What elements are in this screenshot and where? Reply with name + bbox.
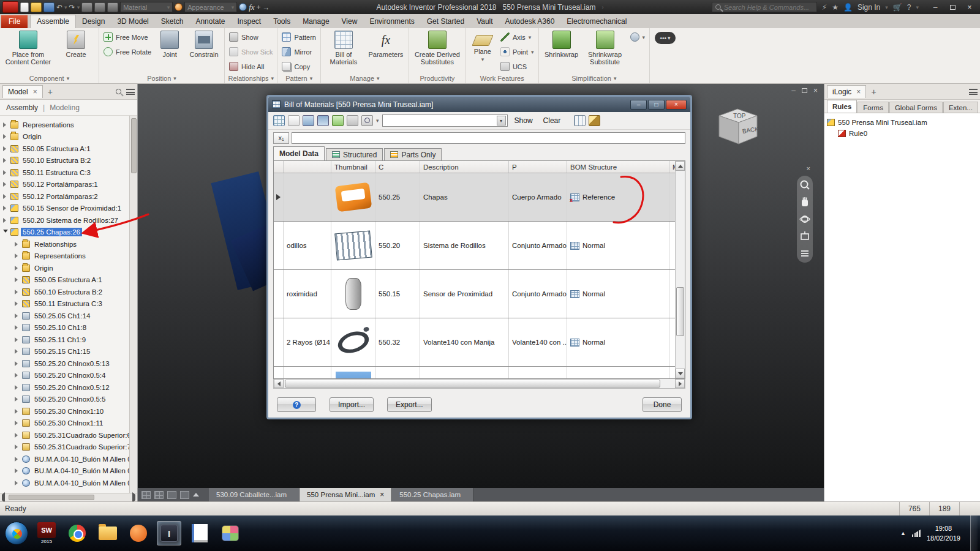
ilogic-subtab[interactable]: Forms [858,102,889,113]
panel-label-manage[interactable]: Manage▾ [321,73,409,83]
arrange-cascade-icon[interactable] [167,491,176,499]
tree-expander-icon[interactable] [15,290,21,294]
tree-item[interactable]: 550.15 Sensor de Proximidad:1 [0,203,137,215]
ribbon-tab[interactable]: File [1,15,28,28]
restore-button[interactable] [944,2,960,12]
cell-bom-structure[interactable]: Normal [567,318,669,366]
tree-expander-icon[interactable] [3,218,10,223]
tree-item[interactable]: 550.05 Estructura A:1 [0,274,137,287]
row-selector[interactable] [274,318,284,366]
col-p[interactable]: P [509,161,567,173]
col-thumbnail[interactable]: Thumbnail [331,161,375,173]
parameters-quick-icon[interactable]: fx [249,2,254,12]
navbar-menu-icon[interactable] [799,248,810,259]
open-file-icon[interactable] [31,2,42,12]
tree-item[interactable]: 550.25.20 ChInox0.5:4 [0,370,137,382]
ribbon-tab[interactable]: Vault [470,15,499,28]
done-button[interactable]: Done [643,397,682,412]
tree-expander-icon[interactable] [3,146,10,151]
taskbar-journal-button[interactable] [187,521,212,545]
cell-part-number[interactable]: odillos [284,222,331,269]
cell-bom-structure[interactable]: Reference [567,173,669,221]
hide-all-button[interactable]: Hide All [227,59,274,73]
panel-label-simplification[interactable]: Simplification▾ [539,73,650,83]
col-c[interactable]: C [375,161,420,173]
ilogic-menu-icon[interactable] [969,89,978,95]
axis-button[interactable]: Axis▾ [499,30,536,44]
undo-dropdown-icon[interactable]: ▾ [64,4,67,10]
show-button[interactable]: Show [227,30,274,44]
tree-expander-icon[interactable] [3,194,10,199]
help-button[interactable] [277,397,316,412]
tree-item[interactable]: 550.25.31Cuadrado Superior:6 [0,429,137,441]
scroll-right-icon[interactable] [675,379,685,388]
point-button[interactable]: Point▾ [499,45,536,59]
tree-expander-icon[interactable] [15,266,21,271]
taskbar-explorer-button[interactable] [96,521,120,545]
panel-label-work-features[interactable]: Work Features [466,73,538,83]
tree-item[interactable]: 550.12 Portalámparas:1 [0,179,137,191]
plane-button[interactable]: Plane▾ [469,30,497,63]
doc-restore-button[interactable] [802,88,807,93]
cell-m[interactable] [669,173,675,221]
sort-ascending-icon[interactable] [303,115,314,126]
sort-descending-icon[interactable] [317,115,329,126]
part-number-merge-icon[interactable] [589,115,600,126]
tree-expander-icon[interactable] [15,481,21,485]
cell-bom-structure[interactable]: Normal [567,222,669,269]
tree-expander-icon[interactable] [15,337,21,342]
arrange-tile-icon[interactable] [141,491,151,499]
cell-description[interactable]: Sensor de Proximidad [420,270,509,318]
taskbar-paint-button[interactable] [218,521,243,545]
notification-icon[interactable]: ⚡ [822,3,827,12]
find-dropdown-icon[interactable]: ▾ [376,118,379,124]
tree-item[interactable]: Relationships [0,238,137,250]
ribbon-tab[interactable]: Autodesk A360 [499,15,561,28]
favorites-icon[interactable]: ★ [832,3,839,12]
assembly-toggle[interactable]: Assembly [6,103,38,112]
update-orb-icon[interactable] [239,3,247,11]
cell-description[interactable]: Chapas [420,173,509,221]
joint-button[interactable]: Joint [155,30,184,58]
tree-item[interactable]: 550.25.20 ChInox0.5:5 [0,394,137,406]
minimize-button[interactable]: – [927,2,943,12]
panel-label-productivity[interactable]: Productivity [409,73,466,83]
tree-item[interactable]: 550.10 Estructura B:2 [0,286,137,298]
place-from-content-center-button[interactable]: Place from Content Center [2,30,54,66]
doc-close-button[interactable]: × [813,86,818,95]
tray-expand-icon[interactable]: ▲ [900,530,906,536]
tree-item[interactable]: 550.25.11 Ch1:9 [0,334,137,346]
home-icon[interactable] [81,2,92,12]
browser-tab-close-icon[interactable]: × [33,88,37,96]
cell-p[interactable]: Conjunto Armado [509,270,567,318]
print-icon[interactable] [94,2,105,12]
search-input[interactable] [724,4,813,11]
visibility-dropdown-button[interactable]: ▾ [628,30,647,44]
tree-item[interactable]: Origin [0,262,137,274]
tree-expander-icon[interactable] [15,253,21,258]
ribbon-tab[interactable]: Manage [296,15,335,28]
ribbon-tab[interactable]: Design [76,15,111,28]
tree-item[interactable]: 550.10 Estructura B:2 [0,155,137,167]
cell-m[interactable] [669,318,675,366]
tree-expander-icon[interactable] [3,122,10,127]
tree-item[interactable]: 550.11 Estructura C:3 [0,167,137,179]
look-at-icon[interactable] [799,231,810,242]
viewcube[interactable]: TOP BACK [707,101,766,154]
tree-item[interactable]: Representations [0,250,137,263]
tree-item[interactable]: 550.11 Estructura C:3 [0,298,137,310]
panel-label-relationships[interactable]: Relationships▾ [225,73,277,83]
bill-of-materials-button[interactable]: Bill of Materials [323,30,364,66]
ilogic-tab[interactable]: iLogic× [827,85,866,98]
cell-number[interactable]: 550.25 [375,173,420,221]
ilogic-add-tab-icon[interactable]: + [869,87,878,97]
browser-vscrollbar[interactable] [129,116,137,493]
expand-tabs-icon[interactable] [193,493,199,497]
tree-expander-icon[interactable] [15,361,21,366]
navbar-close-icon[interactable]: × [807,165,810,172]
bom-tab[interactable]: Model Data [273,146,325,160]
orbit-icon[interactable] [799,214,810,225]
tree-expander-icon[interactable] [3,158,10,163]
cell-number[interactable] [375,367,420,378]
parameters-button[interactable]: Parameters [366,30,406,58]
